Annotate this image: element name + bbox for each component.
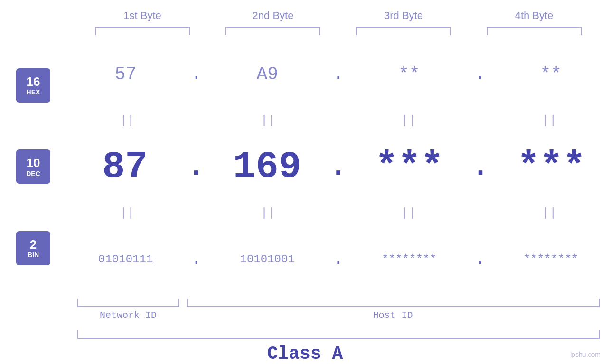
byte3-header: 3rd Byte: [349, 9, 458, 22]
data-section: 16 HEX 10 DEC 2 BIN 57 . A9 . ** . **: [0, 35, 610, 299]
bin-byte3: ********: [355, 253, 464, 266]
bin-byte4: ********: [496, 253, 605, 266]
byte-headers: 1st Byte 2nd Byte 3rd Byte 4th Byte: [77, 9, 600, 22]
byte1-header: 1st Byte: [88, 9, 197, 22]
dec-dot3: .: [472, 151, 489, 183]
eq1-b2: ||: [213, 113, 322, 128]
class-label-row: Class A: [0, 344, 610, 364]
hex-row: 57 . A9 . ** . **: [66, 35, 610, 113]
hex-dot1: .: [189, 65, 204, 84]
byte2-header: 2nd Byte: [218, 9, 328, 22]
hex-byte3: **: [355, 64, 464, 84]
eq2-b1: ||: [73, 206, 182, 220]
full-bracket: [77, 330, 600, 339]
eq2-b4: ||: [495, 206, 604, 220]
eq2-b3: ||: [354, 206, 463, 220]
bin-dot2: .: [331, 250, 345, 269]
eq1-b1: ||: [73, 113, 182, 128]
hex-byte2: A9: [213, 64, 322, 84]
id-labels: Network ID Host ID: [77, 310, 600, 321]
dec-byte2: 169: [213, 145, 322, 188]
bracket-byte3: [356, 27, 451, 35]
hex-badge-label: HEX: [27, 88, 40, 96]
dec-byte3: ***: [355, 145, 464, 188]
hex-byte4: **: [496, 64, 605, 84]
watermark: ipshu.com: [570, 351, 601, 358]
host-id-bracket: [187, 299, 600, 307]
dec-badge-label: DEC: [26, 170, 40, 177]
byte4-header: 4th Byte: [479, 9, 589, 22]
hex-dot2: .: [331, 65, 345, 84]
eq2-b2: ||: [213, 206, 322, 220]
badges-column: 16 HEX 10 DEC 2 BIN: [0, 35, 66, 299]
full-bracket-row: [77, 330, 600, 339]
bottom-labels-area: Network ID Host ID: [77, 299, 600, 321]
top-brackets: [77, 27, 600, 35]
eq1-b4: ||: [495, 113, 604, 128]
dec-byte1: 87: [70, 145, 179, 188]
main-container: 1st Byte 2nd Byte 3rd Byte 4th Byte 16 H…: [0, 0, 610, 364]
dec-row: 87 . 169 . *** . ***: [66, 128, 610, 206]
bin-badge-label: BIN: [28, 251, 39, 259]
bin-badge-num: 2: [30, 238, 37, 252]
bracket-byte1: [95, 27, 190, 35]
hex-dot3: .: [473, 65, 487, 84]
bracket-byte4: [487, 27, 582, 35]
equals-row-1: || || || ||: [66, 113, 610, 128]
equals-row-2: || || || ||: [66, 206, 610, 220]
class-label: Class A: [267, 344, 343, 364]
bottom-brackets: [77, 299, 600, 307]
dec-badge: 10 DEC: [16, 149, 50, 184]
bin-dot3: .: [473, 250, 487, 269]
network-id-label: Network ID: [77, 310, 179, 321]
host-id-label: Host ID: [187, 310, 600, 321]
eq1-b3: ||: [354, 113, 463, 128]
bin-badge: 2 BIN: [16, 231, 50, 265]
hex-byte1: 57: [71, 64, 180, 84]
values-area: 57 . A9 . ** . ** || || || || 87: [66, 35, 610, 299]
bin-byte2: 10101001: [213, 253, 322, 266]
bin-byte1: 01010111: [71, 253, 180, 266]
bracket-byte2: [225, 27, 320, 35]
dec-dot2: .: [329, 151, 347, 183]
hex-badge-num: 16: [27, 75, 40, 89]
dec-dot1: .: [188, 151, 205, 183]
hex-badge: 16 HEX: [16, 68, 50, 103]
bin-dot1: .: [189, 250, 204, 269]
dec-badge-num: 10: [27, 156, 40, 170]
dec-byte4: ***: [497, 145, 606, 188]
bin-row: 01010111 . 10101001 . ******** . *******…: [66, 220, 610, 299]
network-id-bracket: [77, 299, 179, 307]
